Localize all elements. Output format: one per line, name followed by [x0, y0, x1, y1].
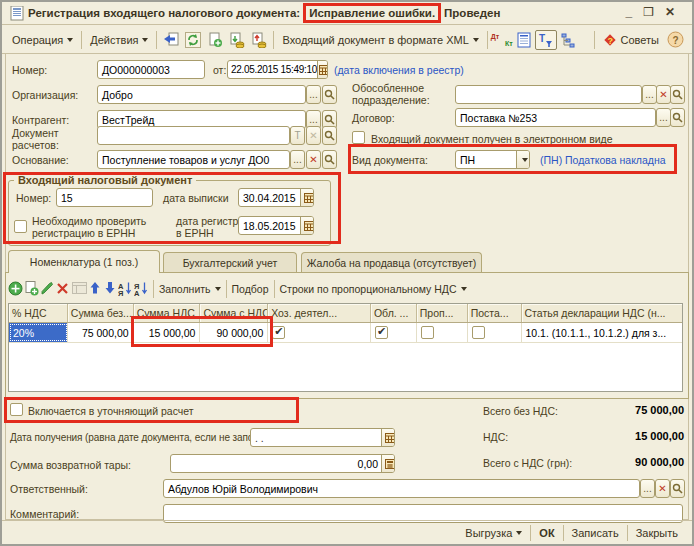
calendar-icon[interactable] [317, 61, 328, 78]
calendar-icon[interactable] [381, 429, 395, 446]
basis-input[interactable]: Поступление товаров и услуг ДО0 [97, 150, 290, 169]
copy-button[interactable] [204, 30, 226, 50]
maximize-button[interactable]: ❒ [643, 5, 654, 19]
responsible-magnifier-button[interactable] [670, 479, 685, 498]
export-button[interactable]: Выгрузка [457, 527, 530, 539]
doc-kind-link[interactable]: (ПН) Податкова накладна [540, 154, 666, 166]
responsible-input[interactable]: Абдулов Юрій Володимирович [163, 479, 640, 498]
receive-date-input[interactable]: . . [250, 428, 395, 447]
cell-post[interactable] [468, 323, 522, 342]
contract-input[interactable]: Поставка №253 [455, 108, 656, 127]
xml-document-button[interactable]: Входящий документ в формате XML [277, 30, 483, 50]
organization-input[interactable]: Добро [97, 85, 306, 104]
post-checkbox[interactable] [472, 326, 485, 339]
reg-date-input[interactable]: 18.05.2015 [238, 216, 314, 235]
cell-sum-without[interactable]: 75 000,00 [68, 323, 134, 342]
tips-button[interactable]: ? Советы [598, 30, 664, 50]
copy-row-button[interactable] [24, 281, 39, 296]
close-button-footer[interactable]: Закрыть [628, 527, 686, 539]
contract-select-button[interactable]: ... [656, 108, 671, 127]
save-button[interactable]: Записать [564, 527, 627, 539]
basis-magnifier-button[interactable] [322, 150, 337, 169]
col-vat-sum[interactable]: Сумма НДС [134, 304, 201, 322]
actions-menu[interactable]: Действия [85, 30, 153, 50]
settlement-magnifier-button[interactable] [322, 126, 337, 145]
move-down-button[interactable] [103, 281, 117, 295]
basis-select-button[interactable]: ... [290, 150, 305, 169]
minimize-button[interactable]: _ [625, 5, 632, 19]
dropdown-icon[interactable] [516, 151, 530, 168]
document-window: Регистрация входящего налогового докумен… [0, 0, 694, 546]
move-up-button[interactable] [88, 281, 102, 295]
col-hoz[interactable]: Хоз. деятел... [268, 304, 371, 322]
pick-button[interactable]: Подбор [227, 279, 274, 299]
ok-button[interactable]: ОК [531, 527, 562, 539]
division-select-button[interactable]: ... [642, 85, 657, 104]
col-vat-percent[interactable]: % НДС [9, 304, 68, 322]
col-post[interactable]: Поста... [468, 304, 522, 322]
tax-number-input[interactable]: 15 [56, 188, 153, 207]
delete-row-button[interactable] [56, 282, 69, 295]
add-row-button[interactable] [8, 281, 23, 296]
basis-clear-button[interactable]: ✕ [306, 150, 321, 169]
col-prop[interactable]: Проп... [417, 304, 468, 322]
clarifying-checkbox[interactable] [10, 403, 23, 416]
calculator-icon[interactable] [381, 455, 395, 472]
responsible-select-button[interactable]: ... [640, 479, 655, 498]
doc-kind-dropdown[interactable]: ПН [455, 150, 530, 169]
contract-magnifier-button[interactable] [670, 108, 685, 127]
cell-vat-percent[interactable]: 20% [9, 323, 68, 342]
fill-button[interactable]: Заполнить [154, 279, 226, 299]
responsible-clear-button[interactable]: ✕ [655, 479, 670, 498]
structure-button[interactable] [557, 30, 579, 50]
unpost-document-button[interactable] [248, 30, 270, 50]
cell-hoz[interactable] [268, 323, 371, 342]
settlement-type-button[interactable]: Т [290, 126, 305, 145]
help-button[interactable]: ? [664, 30, 686, 50]
cell-obl[interactable] [371, 323, 417, 342]
col-sum-with[interactable]: Сумма с НДС [200, 304, 268, 322]
cell-sum-with[interactable]: 90 000,00 [200, 323, 268, 342]
tab-complaint[interactable]: Жалоба на продавца (отсутствует) [301, 252, 482, 273]
date-input[interactable]: 22.05.2015 15:49:10 [227, 60, 328, 79]
col-sum-without[interactable]: Сумма без... [68, 304, 134, 322]
edit-row-button[interactable] [40, 281, 55, 296]
filter-button[interactable]: T [535, 30, 557, 50]
refresh-button[interactable] [182, 30, 204, 50]
organization-select-button[interactable]: ... [306, 85, 321, 104]
col-article[interactable]: Статья декларации НДС (н... [522, 304, 683, 322]
settlement-clear-button[interactable]: ✕ [306, 126, 321, 145]
division-magnifier-button[interactable] [670, 85, 685, 104]
cell-vat-sum[interactable]: 15 000,00 [134, 323, 201, 342]
operation-menu[interactable]: Операция [7, 30, 78, 50]
hoz-checkbox[interactable] [272, 326, 285, 339]
end-edit-button[interactable] [72, 281, 87, 296]
division-input[interactable] [455, 85, 642, 104]
proportional-vat-button[interactable]: Строки по пропорциональному НДС [275, 279, 472, 299]
settlement-doc-input[interactable] [97, 126, 290, 145]
cell-prop[interactable] [417, 323, 468, 342]
tab-accounting[interactable]: Бухгалтерский учет [163, 252, 297, 273]
ernn-checkbox[interactable] [14, 220, 27, 233]
sort-asc-button[interactable]: АЯ [118, 281, 133, 296]
cell-article[interactable]: 10.1. (10.1.1., 10.1.2.) для з... [522, 323, 682, 342]
reread-button[interactable] [160, 30, 182, 50]
calendar-icon[interactable] [300, 217, 314, 234]
col-obl[interactable]: Обл. ... [371, 304, 417, 322]
tare-input[interactable]: 0,00 [170, 454, 395, 473]
obl-checkbox[interactable] [375, 326, 388, 339]
division-clear-button[interactable]: ✕ [656, 85, 671, 104]
journal-button[interactable] [513, 30, 535, 50]
post-document-button[interactable] [226, 30, 248, 50]
electronic-checkbox[interactable] [352, 131, 365, 144]
table-row[interactable]: 20% 75 000,00 15 000,00 90 000,00 10.1. … [9, 323, 682, 343]
calendar-icon[interactable] [300, 189, 314, 206]
dt-kt-button[interactable]: Дт Кт [491, 30, 513, 50]
sort-desc-button[interactable]: ЯА [134, 281, 149, 296]
organization-magnifier-button[interactable] [322, 85, 337, 104]
tab-nomenclature[interactable]: Номенклатура (1 поз.) [8, 250, 160, 273]
prop-checkbox[interactable] [421, 326, 434, 339]
close-button[interactable]: ✕ [665, 5, 675, 19]
issue-date-input[interactable]: 30.04.2015 [238, 188, 314, 207]
number-input[interactable]: ДО000000003 [97, 60, 205, 79]
